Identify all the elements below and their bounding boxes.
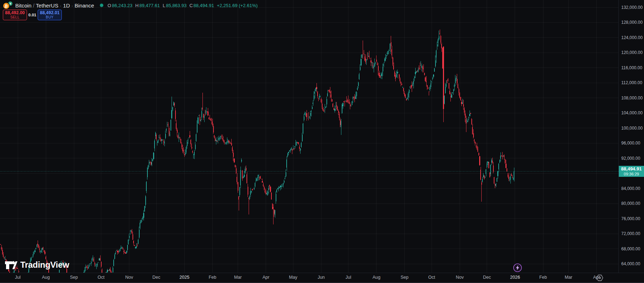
bar-countdown: 09:36:29 (624, 172, 639, 176)
price-tick-label: 64,000.00 (621, 261, 640, 266)
sell-button[interactable]: 88,492.00 SELL (3, 10, 27, 20)
time-tick-label: Sep (64, 275, 84, 280)
interval-label: 1D (63, 2, 70, 9)
price-tick-label: 72,000.00 (621, 231, 640, 236)
grid-lines (0, 0, 619, 273)
price-tick-label: 84,000.00 (621, 186, 640, 191)
time-tick-label: Sep (395, 275, 415, 280)
time-tick-label: Feb (533, 275, 553, 280)
time-tick-label: Nov (119, 275, 139, 280)
exchange-label: Binance (75, 2, 94, 9)
tradingview-logo[interactable]: TradingView (4, 260, 69, 270)
symbol-title[interactable]: Bitcoin/TetherUS·1D·Binance (15, 2, 94, 9)
open-value: 86,243.23 (112, 3, 132, 8)
sell-price: 88,492.00 (5, 11, 25, 15)
time-tick-label: May (283, 275, 303, 280)
time-tick-label: Oct (91, 275, 111, 280)
low-value: 85,863.93 (166, 3, 186, 8)
symbol-logo: ₮ ₿ (3, 1, 13, 10)
time-tick-label: Jul (339, 275, 358, 280)
price-tick-label: 96,000.00 (621, 141, 640, 146)
tradingview-logo-text: TradingView (20, 260, 69, 270)
time-tick-label: Jun (311, 275, 331, 280)
time-axis[interactable]: JulAugSepOctNovDec2025FebMarAprMayJunJul… (0, 273, 644, 283)
price-tick-label: 120,000.00 (621, 50, 643, 55)
time-tick-label: Dec (146, 275, 166, 280)
time-tick-label: Feb (202, 275, 222, 280)
candlestick-chart[interactable] (0, 0, 644, 283)
candles (0, 29, 515, 283)
symbol-header: ₮ ₿ Bitcoin/TetherUS·1D·Binance O86,243.… (3, 1, 258, 10)
time-tick-label: 2025 (174, 275, 194, 280)
price-tick-label: 92,000.00 (621, 156, 640, 161)
price-tick-label: 124,000.00 (621, 35, 643, 40)
time-tick-label: Nov (450, 275, 470, 280)
buy-button[interactable]: 88,492.01 BUY (38, 10, 62, 20)
change-value: +2,251.69 (+2.61%) (217, 3, 258, 8)
time-tick-label: Mar (228, 275, 248, 280)
time-axis-settings-button[interactable] (595, 273, 604, 282)
price-tick-label: 80,000.00 (621, 201, 640, 206)
price-tick-label: 100,000.00 (621, 126, 643, 131)
lightning-icon (513, 263, 522, 272)
sell-button-label: SELL (10, 16, 20, 20)
order-panel: 88,492.00 SELL 0.01 88,492.01 BUY (3, 10, 62, 20)
price-tick-label: 76,000.00 (621, 216, 640, 221)
spread-value: 0.01 (27, 13, 38, 17)
bitcoin-coin-icon: ₿ (3, 3, 9, 9)
last-price-value: 88,494.91 (621, 167, 642, 172)
price-tick-label: 132,000.00 (621, 5, 643, 10)
buy-button-label: BUY (46, 16, 54, 20)
price-tick-label: 68,000.00 (621, 246, 640, 251)
high-value: 89,477.61 (139, 3, 160, 8)
close-value: 88,494.91 (194, 3, 214, 8)
price-axis[interactable]: 132,000.00128,000.00124,000.00120,000.00… (618, 0, 644, 273)
price-tick-label: 104,000.00 (621, 110, 643, 115)
price-tick-label: 116,000.00 (621, 65, 642, 70)
time-tick-label: 2026 (505, 275, 525, 280)
time-tick-label: Dec (477, 275, 497, 280)
buy-price: 88,492.01 (40, 11, 60, 15)
open-label: O (108, 3, 111, 8)
price-tick-label: 128,000.00 (621, 20, 643, 25)
trading-chart-app: 132,000.00128,000.00124,000.00120,000.00… (0, 0, 644, 283)
tradingview-mark-icon (4, 260, 18, 270)
time-tick-label: Jul (8, 275, 28, 280)
price-tick-label: 108,000.00 (621, 96, 643, 100)
time-tick-label: Aug (367, 275, 386, 280)
ohlc-values: O86,243.23 H89,477.61 L85,863.93 C88,494… (108, 3, 258, 8)
hexagon-settings-icon (596, 274, 604, 281)
last-price-label[interactable]: 88,494.91 09:36:29 (619, 166, 644, 177)
time-tick-label: Apr (256, 275, 276, 280)
time-tick-label: Aug (36, 275, 56, 280)
price-tick-label: 112,000.00 (621, 80, 642, 85)
close-label: C (189, 3, 193, 8)
market-status-icon[interactable] (100, 4, 103, 7)
low-label: L (163, 3, 165, 8)
time-tick-label: Mar (558, 275, 578, 280)
quick-trade-lightning-button[interactable] (513, 263, 522, 272)
time-tick-label: Oct (422, 275, 442, 280)
high-label: H (135, 3, 139, 8)
